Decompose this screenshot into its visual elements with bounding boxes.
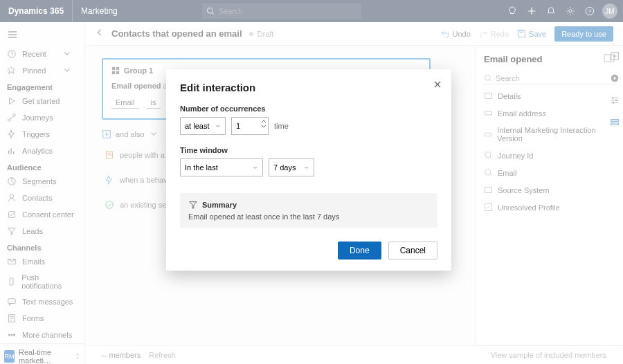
time-window-span-select[interactable]: 7 days xyxy=(269,158,314,176)
chevron-down-icon xyxy=(215,123,221,129)
chevron-down-icon xyxy=(303,165,309,171)
summary-label: Summary xyxy=(202,201,237,209)
occurrences-label: Number of occurrences xyxy=(180,104,437,113)
step-up-icon[interactable] xyxy=(261,118,267,124)
step-down-icon[interactable] xyxy=(261,124,267,129)
occurrences-count-input[interactable] xyxy=(231,117,269,135)
edit-interaction-dialog: Edit interaction Number of occurrences a… xyxy=(166,69,451,271)
summary-box: Summary Email opened at least once in th… xyxy=(180,193,437,228)
occurrences-unit: time xyxy=(274,122,289,130)
chevron-down-icon xyxy=(252,165,258,171)
dialog-title: Edit interaction xyxy=(180,82,437,93)
summary-text: Email opened at least once in the last 7… xyxy=(188,212,429,221)
done-button[interactable]: Done xyxy=(338,242,381,260)
cancel-button[interactable]: Cancel xyxy=(388,242,437,260)
close-button[interactable] xyxy=(433,79,442,91)
occurrences-operator-select[interactable]: at least xyxy=(180,117,226,135)
summary-icon xyxy=(188,200,198,210)
time-window-label: Time window xyxy=(180,146,437,154)
time-window-operator-select[interactable]: In the last xyxy=(180,158,263,176)
